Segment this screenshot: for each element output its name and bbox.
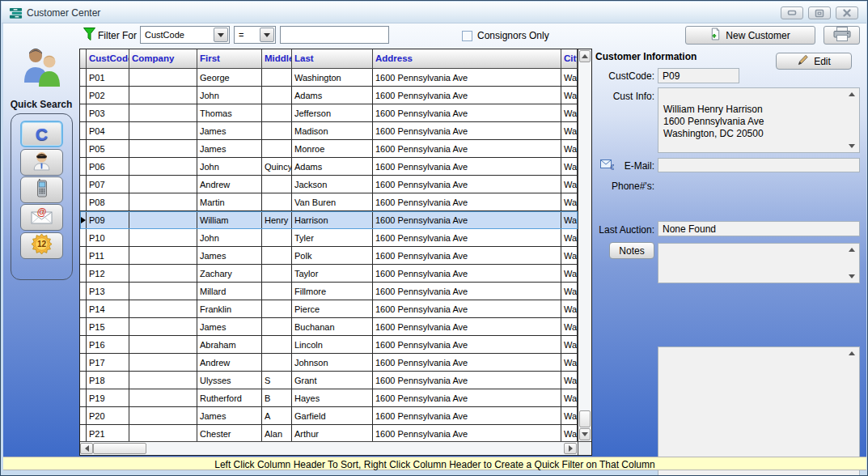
cell-last: Fillmore [292,283,373,300]
row-indicator [80,158,87,176]
cell-first: James [197,247,262,265]
edit-button[interactable]: Edit [776,53,852,70]
quick-search-name-button[interactable] [20,149,63,176]
customer-grid[interactable]: CustCodeCompanyFirstMiddleLastAddressCit… [79,49,592,456]
table-row[interactable]: P11JamesPolk1600 Pennsylvania AveWashing… [80,247,578,265]
table-row[interactable]: P14FranklinPierce1600 Pennsylvania AveWa… [80,300,578,318]
scroll-up-icon[interactable] [849,351,855,355]
cell-middle [262,354,292,372]
scroll-up-button[interactable] [579,50,591,62]
filter-operator-dropdown[interactable]: = [234,26,276,44]
table-row[interactable]: P07AndrewJackson1600 Pennsylvania AveWas… [80,176,578,193]
cell-last: Buchanan [292,318,373,336]
vertical-scroll-thumb[interactable] [579,410,591,427]
cust-info-text: William Henry Harrison 1600 Pennsylvania… [663,104,764,139]
horizontal-scroll-thumb[interactable] [93,443,146,454]
cell-company [129,229,197,247]
email-label: E-Mail: [567,160,654,172]
cell-city: Washington [561,389,578,407]
table-row[interactable]: P20JamesAGarfield1600 Pennsylvania AveWa… [80,407,578,425]
new-customer-button[interactable]: New Customer [685,26,815,45]
cell-city: Washington [561,336,578,354]
cust-info-box[interactable]: William Henry Harrison 1600 Pennsylvania… [658,87,860,153]
cell-company [129,247,197,265]
table-row[interactable]: P15JamesBuchanan1600 Pennsylvania AveWas… [80,318,578,336]
column-header-city[interactable]: City [561,49,578,69]
table-row[interactable]: P18UlyssesSGrant1600 Pennsylvania AveWas… [80,372,578,389]
close-button[interactable] [836,6,858,19]
scroll-down-icon[interactable] [849,274,855,278]
filter-field-value: CustCode [141,27,213,43]
cell-company [129,283,197,300]
cell-company [129,300,197,318]
person-icon [32,151,52,174]
cell-first: Chester [197,425,262,441]
scroll-left-button[interactable] [80,443,93,454]
table-row[interactable]: P19RutherfordBHayes1600 Pennsylvania Ave… [80,389,578,407]
column-header-first[interactable]: First [197,49,262,69]
cell-last: Jackson [292,176,373,193]
quick-search-phone-button[interactable] [20,176,63,203]
maximize-button[interactable] [808,6,831,19]
table-row[interactable]: P21ChesterAlanArthur1600 Pennsylvania Av… [80,425,578,441]
cell-company [129,193,197,211]
quick-search-email-button[interactable]: @ [20,204,63,231]
notes-button[interactable]: Notes [609,242,654,259]
cell-last: Garfield [292,407,373,425]
cell-last: Hayes [292,389,373,407]
cell-first: James [197,122,262,140]
table-row[interactable]: P09WilliamHenryHarrison1600 Pennsylvania… [80,211,578,229]
column-header-custcode[interactable]: CustCode [87,49,129,69]
badge-12-number: 12 [37,240,47,249]
scroll-up-icon[interactable] [849,92,855,96]
column-header-last[interactable]: Last [292,49,373,69]
email-field[interactable] [658,158,860,172]
cell-middle [262,140,292,158]
cell-custcode: P04 [87,122,129,140]
cell-custcode: P15 [87,318,129,336]
table-row[interactable]: P01GeorgeWashington1600 Pennsylvania Ave… [80,69,578,87]
filter-value-input[interactable] [280,26,389,44]
cell-address: 1600 Pennsylvania Ave [373,389,561,407]
horizontal-scrollbar[interactable] [80,441,578,455]
cell-custcode: P05 [87,140,129,158]
chevron-down-icon[interactable] [260,28,274,42]
table-row[interactable]: P04JamesMadison1600 Pennsylvania AveWash… [80,122,578,140]
table-row[interactable]: P16AbrahamLincoln1600 Pennsylvania AveWa… [80,336,578,354]
print-button[interactable] [824,26,860,45]
chevron-down-icon[interactable] [214,28,228,42]
phones-box[interactable] [658,243,860,283]
column-header-middle[interactable]: Middle [262,49,292,69]
title-bar: Customer Center [2,2,866,23]
table-row[interactable]: P08MartinVan Buren1600 Pennsylvania AveW… [80,193,578,211]
cell-middle [262,104,292,122]
table-row[interactable]: P05JamesMonroe1600 Pennsylvania AveWashi… [80,140,578,158]
quick-search-auction-button[interactable]: 12 [20,232,63,259]
last-auction-label: Last Auction: [567,224,654,236]
quick-search-custcode-button[interactable]: C [20,121,63,147]
table-row[interactable]: P06JohnQuincyAdams1600 Pennsylvania AveW… [80,158,578,176]
table-row[interactable]: P10JohnTyler1600 Pennsylvania AveWashing… [80,229,578,247]
cell-first: Millard [197,283,262,300]
table-row[interactable]: P12ZacharyTaylor1600 Pennsylvania AveWas… [80,265,578,283]
scroll-down-icon[interactable] [849,144,855,148]
column-header-company[interactable]: Company [129,49,197,69]
cell-custcode: P07 [87,176,129,193]
table-row[interactable]: P13MillardFillmore1600 Pennsylvania AveW… [80,283,578,300]
table-row[interactable]: P17AndrewJohnson1600 Pennsylvania AveWas… [80,354,578,372]
scroll-up-icon[interactable] [849,248,855,252]
table-row[interactable]: P02JohnAdams1600 Pennsylvania AveWashing… [80,87,578,104]
minimize-button[interactable] [781,6,803,19]
scroll-right-button[interactable] [564,443,577,454]
cell-first: Franklin [197,300,262,318]
scroll-down-button[interactable] [579,428,591,440]
edit-label: Edit [814,56,831,67]
table-row[interactable]: P03ThomasJefferson1600 Pennsylvania AveW… [80,104,578,122]
cell-address: 1600 Pennsylvania Ave [373,229,561,247]
consignors-only-checkbox[interactable] [462,31,472,41]
cell-custcode: P09 [87,211,129,229]
column-header-address[interactable]: Address [373,49,561,69]
cell-custcode: P17 [87,354,129,372]
vertical-scrollbar[interactable] [578,49,591,441]
filter-field-dropdown[interactable]: CustCode [140,26,230,44]
